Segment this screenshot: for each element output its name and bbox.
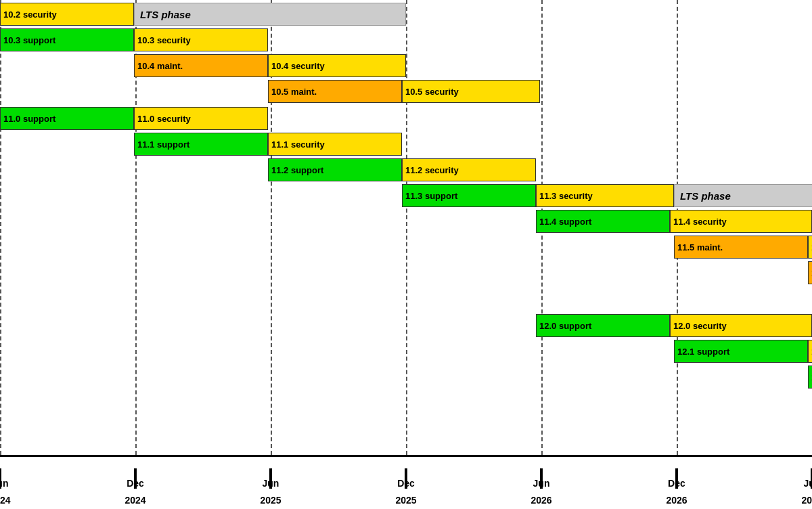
v10-3-support: 10.3 support xyxy=(0,28,134,51)
v10-4-maint: 10.4 maint. xyxy=(134,54,268,77)
tick-label-year: 2024 xyxy=(125,495,145,506)
tick-label-month: Dec xyxy=(127,478,144,489)
tick-label-month: Jun xyxy=(263,478,279,489)
v11-4-support: 11.4 support xyxy=(536,210,670,233)
timeline-area: 10.2 securityLTS phase10.3 support10.3 s… xyxy=(0,0,812,455)
v11-3-lts: LTS phase xyxy=(674,184,812,207)
v11-2-support: 11.2 support xyxy=(268,158,402,181)
v12-1-security: 12.1 security xyxy=(808,340,812,363)
v11-2-security: 11.2 security xyxy=(402,158,536,181)
v10-4-security: 10.4 security xyxy=(268,54,406,77)
v11-6-maint: 11.6 maint. xyxy=(808,261,812,284)
v12-0-security: 12.0 security xyxy=(670,314,812,337)
v11-0-security: 11.0 security xyxy=(134,107,268,130)
v12-1-support: 12.1 support xyxy=(674,340,808,363)
v11-5-maint: 11.5 maint. xyxy=(674,236,808,259)
v12-2-support: 12.2 support xyxy=(808,366,812,389)
grid-line xyxy=(0,0,1,455)
tick-label-month: Dec xyxy=(397,478,415,489)
v11-1-support: 11.1 support xyxy=(134,133,268,156)
v10-5-security: 10.5 security xyxy=(402,80,540,103)
tick-label-month: Jun xyxy=(0,478,8,489)
v11-3-support: 11.3 support xyxy=(402,184,536,207)
tick-label-month: Jun xyxy=(804,478,812,489)
tick-label-year: 2026 xyxy=(666,495,687,506)
v12-0-support: 12.0 support xyxy=(536,314,670,337)
tick-label-month: Dec xyxy=(668,478,685,489)
tick-label-year: 2024 xyxy=(0,495,11,506)
tick-label-year: 2025 xyxy=(395,495,416,506)
axis-area: Jun2024Dec2024Jun2025Dec2025Jun2026Dec20… xyxy=(0,455,812,509)
v11-4-security: 11.4 security xyxy=(670,210,812,233)
v10-2-lts: LTS phase xyxy=(134,3,406,26)
v11-0-support: 11.0 support xyxy=(0,107,134,130)
grid-line xyxy=(406,0,407,455)
v11-3-security: 11.3 security xyxy=(536,184,674,207)
v10-3-security: 10.3 security xyxy=(134,28,268,51)
v11-1-security: 11.1 security xyxy=(268,133,402,156)
v11-5-security: 11.5 security xyxy=(808,236,812,259)
tick-label-year: 2025 xyxy=(260,495,281,506)
tick-label-month: Jun xyxy=(533,478,550,489)
tick-label-year: 2026 xyxy=(531,495,551,506)
tick-label-year: 2027 xyxy=(801,495,812,506)
v10-2-security: 10.2 security xyxy=(0,3,134,26)
v10-5-maint: 10.5 maint. xyxy=(268,80,402,103)
chart-container: 10.2 securityLTS phase10.3 support10.3 s… xyxy=(0,0,812,509)
